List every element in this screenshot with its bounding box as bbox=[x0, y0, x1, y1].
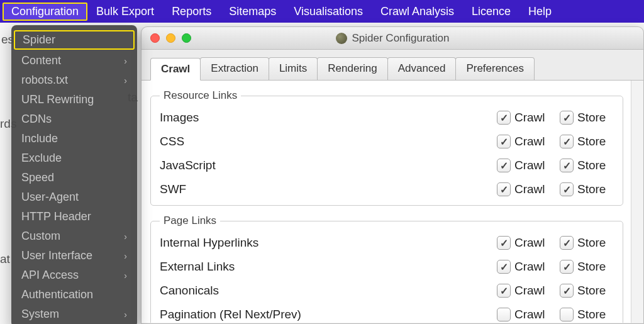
tab-extraction[interactable]: Extraction bbox=[200, 57, 269, 80]
option-crawl: Crawl bbox=[497, 159, 555, 172]
submenu-system[interactable]: System› bbox=[11, 304, 137, 324]
crawl-checkbox[interactable] bbox=[497, 182, 511, 196]
menu-reports[interactable]: Reports bbox=[163, 3, 220, 21]
crawl-checkbox[interactable] bbox=[497, 111, 511, 125]
option-store: Store bbox=[560, 308, 618, 321]
submenu-label: CDNs bbox=[21, 113, 52, 126]
store-label: Store bbox=[577, 260, 606, 274]
submenu-api-access[interactable]: API Access› bbox=[11, 265, 137, 285]
submenu-label: API Access bbox=[21, 269, 79, 282]
menu-visualisations[interactable]: Visualisations bbox=[285, 3, 372, 21]
chevron-right-icon: › bbox=[124, 310, 127, 320]
option-row: CSSCrawlStore bbox=[160, 130, 618, 154]
scrollbar[interactable] bbox=[631, 81, 643, 323]
spider-icon bbox=[336, 33, 347, 44]
store-checkbox[interactable] bbox=[560, 182, 574, 196]
option-crawl: Crawl bbox=[497, 308, 555, 321]
store-checkbox[interactable] bbox=[560, 135, 574, 148]
crawl-checkbox[interactable] bbox=[497, 159, 511, 172]
menu-licence[interactable]: Licence bbox=[463, 3, 519, 21]
submenu-robots-txt[interactable]: robots.txt› bbox=[11, 70, 137, 90]
submenu-spider[interactable]: Spider bbox=[14, 30, 135, 50]
submenu-content[interactable]: Content› bbox=[11, 51, 137, 70]
crawl-checkbox[interactable] bbox=[497, 308, 511, 321]
dialog-title: Spider Configuration bbox=[142, 32, 643, 45]
group-legend: Page Links bbox=[160, 215, 220, 227]
option-crawl: Crawl bbox=[497, 135, 555, 148]
option-crawl: Crawl bbox=[497, 284, 555, 298]
tab-rendering[interactable]: Rendering bbox=[317, 57, 387, 80]
tab-crawl[interactable]: Crawl bbox=[150, 58, 201, 81]
submenu-include[interactable]: Include bbox=[11, 129, 137, 148]
crawl-checkbox[interactable] bbox=[497, 284, 511, 298]
submenu-label: Include bbox=[21, 132, 58, 145]
spider-configuration-dialog: Spider Configuration CrawlExtractionLimi… bbox=[141, 26, 644, 324]
menu-crawl-analysis[interactable]: Crawl Analysis bbox=[372, 3, 463, 21]
dialog-titlebar: Spider Configuration bbox=[142, 27, 643, 50]
chevron-right-icon: › bbox=[124, 75, 127, 86]
option-store: Store bbox=[560, 284, 618, 298]
menu-bulk-export[interactable]: Bulk Export bbox=[87, 3, 163, 21]
submenu-user-agent[interactable]: User-Agent bbox=[11, 187, 137, 207]
submenu-label: System bbox=[21, 308, 59, 321]
option-label: Pagination (Rel Next/Prev) bbox=[160, 308, 492, 321]
crawl-label: Crawl bbox=[514, 159, 545, 172]
submenu-label: Custom bbox=[21, 230, 60, 243]
group-legend: Resource Links bbox=[160, 89, 241, 102]
submenu-label: URL Rewriting bbox=[21, 93, 94, 106]
submenu-cdns[interactable]: CDNs bbox=[11, 109, 137, 129]
option-row: Internal HyperlinksCrawlStore bbox=[160, 231, 618, 255]
tab-preferences[interactable]: Preferences bbox=[455, 57, 535, 80]
submenu-label: HTTP Header bbox=[21, 210, 91, 223]
crawl-label: Crawl bbox=[514, 260, 545, 274]
store-checkbox[interactable] bbox=[560, 236, 574, 250]
submenu-exclude[interactable]: Exclude bbox=[11, 148, 137, 168]
crawl-label: Crawl bbox=[514, 236, 545, 250]
menu-sitemaps[interactable]: Sitemaps bbox=[220, 3, 285, 21]
option-crawl: Crawl bbox=[497, 236, 555, 250]
option-row: External LinksCrawlStore bbox=[160, 255, 618, 279]
store-checkbox[interactable] bbox=[560, 159, 574, 172]
submenu-http-header[interactable]: HTTP Header bbox=[11, 207, 137, 226]
menu-configuration[interactable]: Configuration bbox=[3, 3, 87, 21]
submenu-speed[interactable]: Speed bbox=[11, 168, 137, 187]
option-row: Pagination (Rel Next/Prev)CrawlStore bbox=[160, 303, 618, 323]
menu-help[interactable]: Help bbox=[519, 3, 560, 21]
store-checkbox[interactable] bbox=[560, 111, 574, 125]
tab-limits[interactable]: Limits bbox=[269, 57, 318, 80]
option-store: Store bbox=[560, 111, 618, 125]
chevron-right-icon: › bbox=[124, 232, 127, 242]
store-label: Store bbox=[577, 236, 606, 250]
group-page-links: Page LinksInternal HyperlinksCrawlStoreE… bbox=[150, 215, 623, 323]
crawl-label: Crawl bbox=[514, 182, 545, 196]
crawl-checkbox[interactable] bbox=[497, 260, 511, 274]
submenu-custom[interactable]: Custom› bbox=[11, 226, 137, 246]
submenu-label: Speed bbox=[21, 171, 54, 184]
option-label: SWF bbox=[160, 182, 492, 196]
dialog-title-text: Spider Configuration bbox=[352, 32, 450, 45]
store-checkbox[interactable] bbox=[560, 284, 574, 298]
submenu-user-interface[interactable]: User Interface› bbox=[11, 246, 137, 265]
crawl-checkbox[interactable] bbox=[497, 135, 511, 148]
store-checkbox[interactable] bbox=[560, 260, 574, 274]
option-store: Store bbox=[560, 260, 618, 274]
config-tabs: CrawlExtractionLimitsRenderingAdvancedPr… bbox=[142, 50, 643, 81]
tab-advanced[interactable]: Advanced bbox=[387, 57, 457, 80]
option-crawl: Crawl bbox=[497, 111, 555, 125]
submenu-label: User Interface bbox=[21, 249, 92, 262]
submenu-label: Spider bbox=[23, 33, 55, 47]
option-store: Store bbox=[560, 182, 618, 196]
option-crawl: Crawl bbox=[497, 260, 555, 274]
configuration-submenu: SpiderContent›robots.txt›URL RewritingCD… bbox=[11, 25, 137, 324]
submenu-label: Content bbox=[21, 54, 61, 67]
submenu-label: User-Agent bbox=[21, 191, 79, 204]
submenu-label: Authentication bbox=[21, 288, 93, 301]
submenu-authentication[interactable]: Authentication bbox=[11, 285, 137, 304]
option-row: CanonicalsCrawlStore bbox=[160, 279, 618, 303]
group-resource-links: Resource LinksImagesCrawlStoreCSSCrawlSt… bbox=[150, 89, 623, 206]
store-checkbox[interactable] bbox=[560, 308, 574, 321]
chevron-right-icon: › bbox=[124, 56, 127, 66]
crawl-checkbox[interactable] bbox=[497, 236, 511, 250]
submenu-url-rewriting[interactable]: URL Rewriting bbox=[11, 90, 137, 109]
store-label: Store bbox=[577, 111, 606, 125]
